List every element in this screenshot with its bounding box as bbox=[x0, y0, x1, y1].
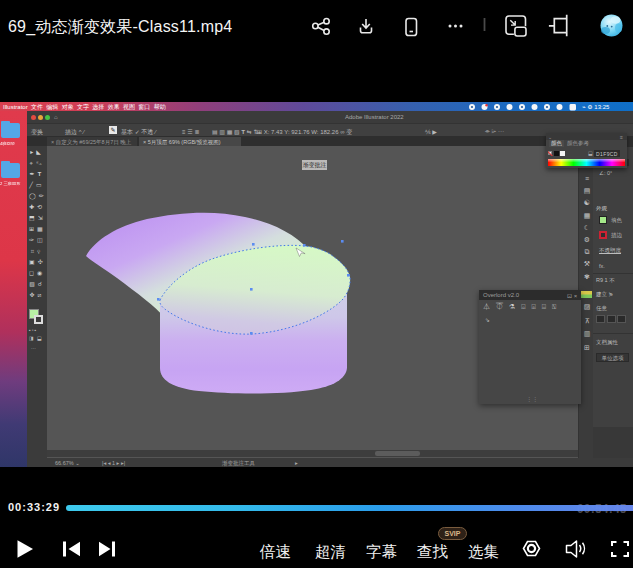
svg-text:⌁ ⚙ 13:25: ⌁ ⚙ 13:25 bbox=[582, 104, 610, 110]
